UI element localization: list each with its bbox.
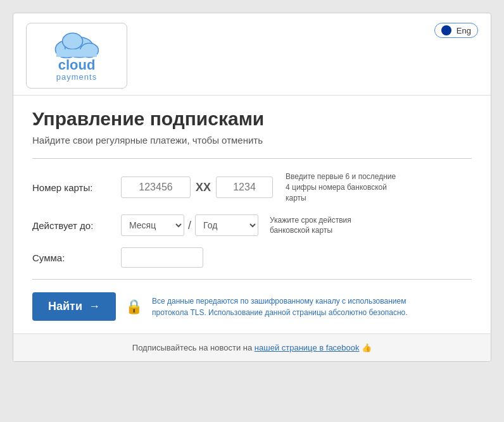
year-select[interactable]: Год 2024 2025 2026 2027 2028 2029 2030	[195, 214, 258, 236]
amount-label: Сумма:	[32, 252, 121, 263]
expiry-label: Действует до:	[32, 220, 121, 231]
lang-label: Eng	[457, 26, 471, 35]
arrow-icon: →	[89, 300, 100, 313]
footer-text: Подписывайтесь на новости на	[132, 343, 252, 352]
form-section: Номер карты: XX Введите первые 6 и после…	[32, 171, 472, 268]
page-title: Управление подписками	[32, 108, 472, 130]
header: cloud payments Eng	[13, 13, 491, 96]
facebook-link[interactable]: нашей странице в facebook	[255, 343, 360, 352]
action-row: Найти → 🔒 Все данные передаются по зашиф…	[32, 292, 472, 321]
card-label: Номер карты:	[32, 182, 121, 193]
logo-cloud-text: cloud	[58, 58, 96, 72]
logo-box: cloud payments	[26, 23, 127, 89]
expiry-hint: Укажите срок действия банковской карты	[270, 215, 384, 237]
lock-icon: 🔒	[125, 299, 142, 315]
amount-input[interactable]	[121, 247, 203, 268]
card-inputs: XX Введите первые 6 и последние 4 цифры …	[121, 171, 400, 203]
expiry-inputs: Месяц Январь Февраль Март Апрель Май Июн…	[121, 214, 384, 236]
amount-row: Сумма:	[32, 247, 472, 268]
card-separator: XX	[196, 181, 211, 194]
footer: Подписывайтесь на новости на нашей стран…	[13, 333, 491, 361]
eu-flag-icon	[441, 25, 451, 35]
card-number-row: Номер карты: XX Введите первые 6 и после…	[32, 171, 472, 203]
cloud-icon	[51, 30, 102, 58]
page-subtitle: Найдите свои регулярные платежи, чтобы о…	[32, 135, 472, 146]
card-last-input[interactable]	[216, 177, 273, 198]
page-wrapper: cloud payments Eng Управление подписками…	[13, 13, 491, 362]
month-select[interactable]: Месяц Январь Февраль Март Апрель Май Июн…	[121, 214, 184, 236]
facebook-icon: 👍	[362, 343, 372, 352]
svg-point-3	[63, 33, 83, 49]
lang-button[interactable]: Eng	[434, 23, 478, 38]
logo-payments-text: payments	[56, 72, 97, 82]
security-text: Все данные передаются по зашифрованному …	[152, 295, 418, 318]
divider-bottom	[32, 279, 472, 280]
card-hint: Введите первые 6 и последние 4 цифры ном…	[286, 171, 400, 203]
find-button[interactable]: Найти →	[32, 292, 116, 321]
expiry-slash: /	[188, 219, 191, 232]
card-first-input[interactable]	[121, 177, 191, 198]
find-button-label: Найти	[48, 300, 82, 313]
divider-top	[32, 158, 472, 159]
svg-rect-4	[56, 49, 97, 57]
main-content: Управление подписками Найдите свои регул…	[13, 96, 491, 333]
expiry-row: Действует до: Месяц Январь Февраль Март …	[32, 214, 472, 236]
